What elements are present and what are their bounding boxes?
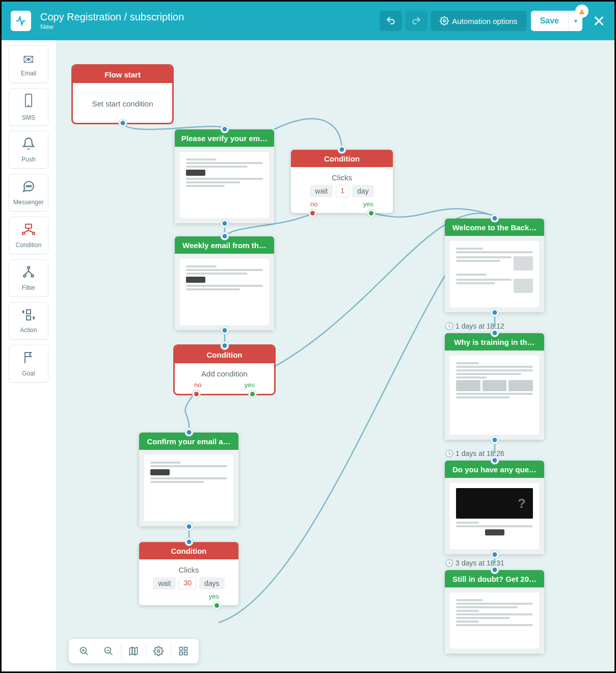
node-preview [445, 478, 544, 554]
no-label: no [310, 200, 317, 208]
grid-button[interactable] [171, 639, 196, 663]
node-condition-clicks-30[interactable]: Condition Clicks wait 30 days yes [139, 542, 238, 605]
node-body-text: Clicks [179, 566, 199, 574]
zoom-out-button[interactable] [96, 639, 121, 663]
sidebar-item-email[interactable]: ✉ Email [9, 45, 48, 83]
condition-icon [21, 223, 36, 239]
svg-point-7 [22, 232, 24, 234]
node-email-question[interactable]: Do you have any que… [445, 461, 544, 554]
node-body-text: Clicks [332, 173, 352, 182]
sidebar-item-label: Goal [22, 370, 35, 377]
svg-point-0 [443, 20, 446, 22]
svg-rect-26 [184, 652, 188, 655]
wait-unit: days [199, 577, 225, 589]
svg-line-16 [86, 653, 88, 655]
yes-label: yes [245, 381, 255, 389]
wait-unit: day [352, 185, 374, 197]
sms-icon [23, 93, 34, 112]
automation-options-button[interactable]: Automation options [431, 11, 526, 31]
no-label: no [194, 381, 201, 389]
port-in[interactable] [221, 342, 228, 349]
port-out[interactable] [221, 327, 228, 334]
port-no[interactable] [193, 390, 200, 398]
clock-icon: 🕓 [445, 449, 453, 457]
svg-rect-6 [25, 224, 32, 228]
sidebar-item-label: Action [20, 327, 37, 334]
svg-rect-23 [180, 648, 183, 651]
sidebar-item-label: Messenger [13, 199, 43, 206]
port-out[interactable] [221, 220, 228, 227]
svg-line-20 [110, 653, 113, 655]
sidebar-item-label: Condition [16, 241, 42, 249]
port-out[interactable] [491, 436, 498, 444]
node-flow-start[interactable]: Flow start Set start condition [73, 66, 172, 123]
node-preview [445, 587, 544, 654]
svg-point-4 [28, 185, 29, 186]
sidebar-item-push[interactable]: Push [9, 131, 48, 169]
sidebar-item-goal[interactable]: Goal [9, 345, 48, 383]
port-yes[interactable] [249, 390, 256, 398]
svg-rect-24 [184, 648, 188, 651]
bell-icon [22, 137, 35, 154]
redo-button[interactable] [405, 11, 427, 31]
node-email-verify[interactable]: Please verify your em… [175, 129, 274, 223]
node-preview [139, 450, 238, 526]
node-condition-add[interactable]: Condition Add condition no yes [175, 346, 274, 394]
warning-icon: ▲ [577, 6, 586, 17]
node-condition-clicks-1[interactable]: Condition Clicks wait 1 day no yes [291, 150, 393, 213]
goal-icon [22, 351, 35, 368]
node-body: Set start condition [73, 83, 172, 123]
node-preview [175, 254, 274, 330]
sidebar-item-messenger[interactable]: Messenger [9, 174, 48, 211]
zoom-in-button[interactable] [72, 639, 96, 663]
node-body: Clicks wait 30 days yes [139, 559, 238, 605]
svg-rect-12 [26, 310, 31, 314]
settings-button[interactable] [146, 639, 171, 663]
sidebar-item-label: Push [21, 156, 35, 163]
node-email-welcome[interactable]: Welcome to the Back… [445, 219, 544, 312]
filter-icon [22, 265, 35, 282]
sidebar-item-action[interactable]: Action [9, 302, 48, 340]
map-button[interactable] [121, 639, 146, 663]
port-in[interactable] [338, 146, 346, 153]
node-email-confirm[interactable]: Confirm your email a… [139, 433, 238, 526]
sidebar-item-label: SMS [22, 114, 35, 121]
port-in[interactable] [221, 232, 228, 240]
undo-button[interactable] [380, 11, 402, 31]
wait-label: wait [153, 577, 176, 589]
port-in[interactable] [491, 329, 498, 337]
page-subtitle: New [40, 23, 184, 31]
node-email-why-training[interactable]: Why is training in th… [445, 333, 544, 440]
flow-canvas[interactable]: Flow start Set start condition Please ve… [57, 40, 614, 671]
port-in[interactable] [221, 125, 228, 133]
port-in[interactable] [491, 214, 498, 222]
port-in[interactable] [491, 456, 498, 464]
port-out[interactable] [185, 523, 193, 530]
close-button[interactable]: ✕ [593, 12, 605, 30]
sidebar-item-sms[interactable]: SMS [9, 88, 48, 126]
svg-point-9 [28, 266, 30, 268]
sidebar-item-condition[interactable]: Condition [9, 217, 48, 254]
port-in[interactable] [185, 538, 193, 546]
port-out[interactable] [119, 119, 126, 127]
port-in[interactable] [491, 566, 498, 574]
sidebar-item-label: Filter [22, 284, 36, 291]
sidebar-item-label: Email [21, 70, 36, 77]
port-in[interactable] [185, 428, 193, 436]
page-title: Copy Registration / subscription [40, 11, 184, 23]
port-no[interactable] [309, 209, 316, 217]
clock-icon: 🕓 [445, 559, 453, 567]
port-yes[interactable] [367, 209, 375, 217]
node-email-weekly[interactable]: Weekly email from th… [175, 236, 274, 330]
port-out[interactable] [491, 551, 498, 558]
wait-value: 1 [336, 185, 349, 197]
sidebar-item-filter[interactable]: Filter [9, 259, 48, 297]
port-out[interactable] [491, 309, 498, 316]
node-preview [175, 147, 274, 223]
yes-label: yes [209, 593, 219, 600]
logo-icon [11, 11, 31, 31]
save-button[interactable]: Save [531, 11, 568, 31]
wait-label: wait [310, 185, 333, 197]
port-yes[interactable] [213, 602, 221, 609]
node-email-still-doubt[interactable]: Still in doubt? Get 20… [445, 570, 544, 654]
